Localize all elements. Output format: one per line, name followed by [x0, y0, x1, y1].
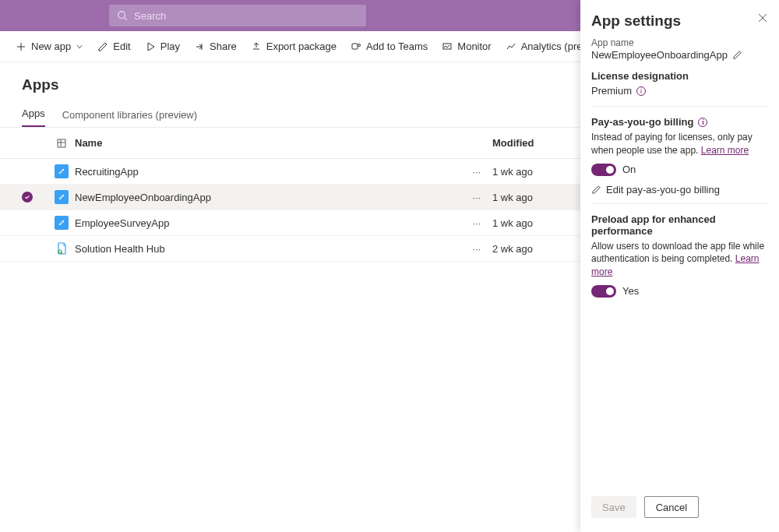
- tab-component-libraries[interactable]: Component libraries (preview): [62, 109, 197, 127]
- panel-title: App settings: [591, 12, 681, 30]
- app-name-cell[interactable]: RecruitingApp: [75, 166, 461, 178]
- plus-icon: [16, 41, 26, 52]
- svg-rect-10: [443, 44, 451, 49]
- search-icon: [117, 10, 128, 21]
- pencil-icon: [97, 41, 108, 52]
- canvas-app-icon: [55, 216, 69, 230]
- share-button[interactable]: Share: [194, 41, 237, 52]
- svg-marker-7: [148, 43, 154, 51]
- preload-title: Preload app for enhanced performance: [591, 213, 768, 237]
- preload-description: Allow users to download the app file whi…: [591, 240, 768, 279]
- export-icon: [251, 41, 262, 52]
- learn-more-link[interactable]: Learn more: [701, 145, 749, 156]
- svg-rect-8: [352, 44, 358, 49]
- close-icon: [757, 12, 768, 23]
- app-name-cell[interactable]: NewEmployeeOnboardingApp: [75, 192, 461, 203]
- column-name[interactable]: Name: [75, 137, 461, 149]
- search-box[interactable]: [109, 5, 366, 26]
- app-name-label: App name: [591, 37, 768, 48]
- monitor-icon: [442, 41, 453, 52]
- save-button[interactable]: Save: [591, 496, 636, 518]
- checkmark-icon: [22, 192, 33, 203]
- teams-icon: [351, 41, 361, 52]
- license-designation-label: License designation: [591, 70, 768, 82]
- cancel-button[interactable]: Cancel: [644, 496, 699, 518]
- play-button[interactable]: Play: [145, 41, 180, 52]
- app-name-cell[interactable]: EmployeeSurveyApp: [75, 217, 461, 229]
- close-button[interactable]: [757, 12, 768, 26]
- play-icon: [145, 41, 156, 52]
- pencil-icon: [591, 185, 601, 195]
- analytics-icon: [506, 41, 516, 52]
- add-to-teams-button[interactable]: Add to Teams: [351, 41, 428, 52]
- edit-button[interactable]: Edit: [97, 41, 130, 52]
- search-input[interactable]: [134, 10, 358, 22]
- export-button[interactable]: Export package: [251, 41, 337, 52]
- panel-footer: Save Cancel: [580, 487, 779, 532]
- monitor-button[interactable]: Monitor: [442, 41, 491, 52]
- app-settings-panel: App settings App name NewEmployeeOnboard…: [580, 0, 779, 532]
- preload-toggle[interactable]: [591, 285, 616, 298]
- svg-point-18: [58, 250, 62, 253]
- model-app-icon: [55, 241, 69, 255]
- svg-rect-15: [58, 139, 65, 147]
- app-name-value: NewEmployeeOnboardingApp: [591, 49, 728, 61]
- canvas-app-icon: [55, 164, 69, 178]
- canvas-app-icon: [55, 190, 69, 204]
- app-name-cell[interactable]: Solution Health Hub: [75, 243, 461, 255]
- edit-payg-link[interactable]: Edit pay-as-you-go billing: [591, 184, 768, 196]
- preload-toggle-label: Yes: [622, 285, 639, 297]
- pencil-icon[interactable]: [732, 50, 742, 60]
- new-app-button[interactable]: New app: [16, 41, 83, 52]
- payg-title: Pay-as-you-go billing: [591, 116, 693, 128]
- more-actions-button[interactable]: ···: [461, 243, 492, 255]
- payg-description: Instead of paying for licenses, only pay…: [591, 131, 768, 157]
- share-icon: [194, 41, 205, 52]
- svg-point-0: [118, 12, 125, 19]
- svg-line-13: [447, 45, 449, 48]
- payg-toggle-label: On: [622, 164, 636, 175]
- svg-line-1: [125, 18, 128, 21]
- view-options-icon[interactable]: [48, 138, 75, 149]
- info-icon[interactable]: i: [636, 86, 646, 96]
- svg-point-9: [358, 44, 361, 46]
- tab-apps[interactable]: Apps: [22, 107, 45, 127]
- more-actions-button[interactable]: ···: [461, 217, 492, 229]
- chevron-down-icon: [76, 43, 83, 51]
- more-actions-button[interactable]: ···: [461, 166, 492, 178]
- info-icon[interactable]: i: [698, 118, 707, 127]
- license-designation-value: Premium: [591, 85, 632, 97]
- more-actions-button[interactable]: ···: [461, 192, 492, 203]
- payg-toggle[interactable]: [591, 164, 616, 176]
